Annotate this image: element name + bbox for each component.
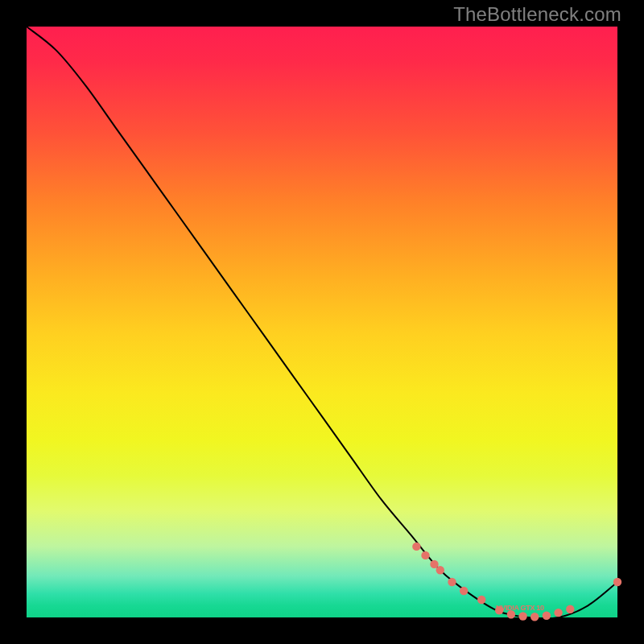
data-marker bbox=[477, 596, 485, 604]
plot-svg: NVIDIA GTX 10 bbox=[27, 27, 617, 617]
data-marker bbox=[430, 560, 438, 568]
data-marker bbox=[460, 587, 468, 595]
bottleneck-curve bbox=[27, 27, 617, 618]
watermark-text: TheBottleneck.com bbox=[453, 3, 621, 26]
data-marker bbox=[436, 566, 444, 574]
series-label: NVIDIA GTX 10 bbox=[496, 604, 544, 612]
data-marker bbox=[448, 578, 456, 586]
data-marker bbox=[421, 551, 429, 559]
data-marker bbox=[530, 613, 539, 621]
data-marker bbox=[554, 609, 562, 617]
chart-frame: TheBottleneck.com NVIDIA GTX 10 bbox=[0, 0, 644, 644]
data-marker bbox=[566, 605, 574, 613]
data-marker bbox=[613, 578, 621, 586]
data-marker bbox=[412, 543, 420, 551]
data-marker bbox=[518, 612, 526, 620]
plot-area: NVIDIA GTX 10 bbox=[27, 27, 617, 617]
data-marker bbox=[543, 612, 551, 620]
